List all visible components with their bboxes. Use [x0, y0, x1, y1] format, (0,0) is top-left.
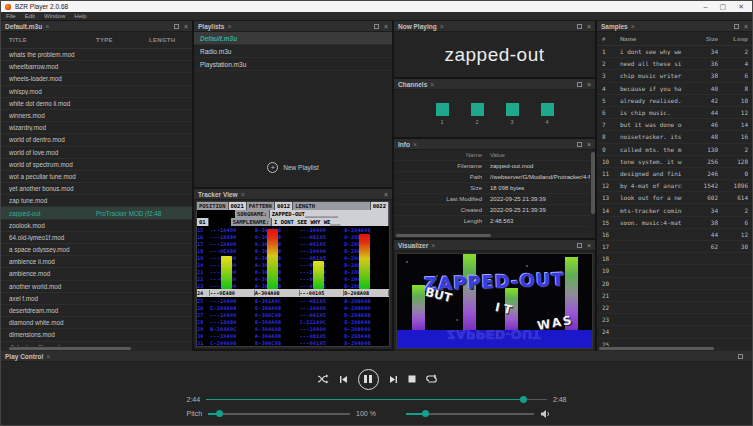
- undock-icon[interactable]: [738, 354, 743, 359]
- sample-row[interactable]: 22: [597, 302, 752, 314]
- sample-row[interactable]: 4 because if you havent 40 8: [597, 83, 752, 95]
- column-length[interactable]: LENGTH: [149, 37, 192, 43]
- next-icon[interactable]: [389, 375, 398, 384]
- sample-row[interactable]: 10 tone system. it was 256 128: [597, 156, 752, 168]
- sample-row[interactable]: 18: [597, 253, 752, 265]
- menu-item[interactable]: Help: [74, 13, 86, 19]
- volume-icon[interactable]: [540, 409, 551, 419]
- close-icon[interactable]: ×: [241, 191, 245, 198]
- close-icon[interactable]: ×: [744, 23, 748, 30]
- file-row[interactable]: white dot demo ii.mod: [1, 98, 192, 110]
- volume-thumb[interactable]: [422, 410, 429, 417]
- maximize-button[interactable]: ▢: [720, 3, 727, 10]
- horizontal-scrollbar[interactable]: [1, 346, 192, 351]
- sample-row[interactable]: 5 already realised.dis 42 10: [597, 95, 752, 107]
- pause-icon[interactable]: [358, 369, 379, 390]
- close-icon[interactable]: ×: [430, 81, 434, 88]
- close-icon[interactable]: ×: [384, 23, 388, 30]
- file-row[interactable]: ambience ii.mod: [1, 256, 192, 268]
- file-row[interactable]: zapped-out ProTracker MOD (M.K.) 2:48: [1, 207, 192, 219]
- close-icon[interactable]: ×: [587, 242, 591, 249]
- new-playlist-button[interactable]: + New Playlist: [194, 162, 392, 173]
- playlist-item[interactable]: Playstation.m3u: [194, 58, 392, 71]
- close-icon[interactable]: ×: [587, 141, 591, 148]
- file-row[interactable]: axel f.mod: [1, 293, 192, 305]
- channel-toggle[interactable]: 3: [506, 103, 519, 125]
- sample-row[interactable]: 1 i dont see why we 34 2: [597, 46, 752, 58]
- file-row[interactable]: world of love.mod: [1, 147, 192, 159]
- repeat-icon[interactable]: [426, 374, 437, 384]
- playlist-tab[interactable]: Default.m3u: [5, 23, 42, 30]
- file-row[interactable]: ambience.mod: [1, 268, 192, 280]
- channel-toggle[interactable]: 1: [436, 103, 449, 125]
- file-row[interactable]: world of spectrum.mod: [1, 159, 192, 171]
- undock-icon[interactable]: [577, 24, 582, 29]
- sample-row[interactable]: 9 called mts. the multi 130 2: [597, 144, 752, 156]
- undock-icon[interactable]: [734, 24, 739, 29]
- close-icon[interactable]: ×: [227, 23, 231, 30]
- sample-row[interactable]: 15 soon. music:4-mat 38 6: [597, 217, 752, 229]
- seek-thumb[interactable]: [520, 396, 527, 403]
- file-row[interactable]: whats the problem.mod: [1, 49, 192, 61]
- minimize-button[interactable]: –: [704, 3, 708, 10]
- horizontal-scrollbar[interactable]: [394, 233, 595, 238]
- pitch-thumb[interactable]: [216, 410, 223, 417]
- undock-icon[interactable]: [577, 142, 582, 147]
- seek-slider[interactable]: [206, 396, 547, 403]
- file-row[interactable]: desertdream.mod: [1, 305, 192, 317]
- file-row[interactable]: yet another bonus.mod: [1, 183, 192, 195]
- file-row[interactable]: winners.mod: [1, 110, 192, 122]
- menu-item[interactable]: Window: [44, 13, 65, 19]
- sample-row[interactable]: 14 mts-tracker coming 34 2: [597, 204, 752, 216]
- column-title[interactable]: TITLE: [9, 37, 96, 43]
- file-row[interactable]: dimensions.mod: [1, 329, 192, 341]
- pitch-slider[interactable]: [208, 410, 350, 417]
- vertical-scrollbar[interactable]: [591, 152, 595, 214]
- close-icon[interactable]: ×: [431, 242, 435, 249]
- undock-icon[interactable]: [374, 24, 379, 29]
- sample-row[interactable]: 8 noisetracker. its 48 16: [597, 131, 752, 143]
- file-row[interactable]: zap tune.mod: [1, 195, 192, 207]
- sample-row[interactable]: 2 need all these silly 36 4: [597, 58, 752, 70]
- close-icon[interactable]: ×: [440, 23, 444, 30]
- playlist-item[interactable]: Default.m3u: [194, 32, 392, 45]
- file-row[interactable]: 64.old-lymeo1f.mod: [1, 232, 192, 244]
- channel-toggle[interactable]: 4: [541, 103, 554, 125]
- file-row[interactable]: another world.mod: [1, 281, 192, 293]
- close-icon[interactable]: ×: [587, 81, 591, 88]
- sample-row[interactable]: 3 chip music writers 38 6: [597, 70, 752, 82]
- file-row[interactable]: wheelbarrow.mod: [1, 61, 192, 73]
- stop-icon[interactable]: [408, 375, 416, 383]
- close-icon[interactable]: ×: [384, 191, 388, 198]
- sample-row[interactable]: 19: [597, 265, 752, 277]
- close-icon[interactable]: ×: [184, 23, 188, 30]
- file-row[interactable]: wheels-loader.mod: [1, 73, 192, 85]
- sample-row[interactable]: 24: [597, 326, 752, 338]
- close-icon[interactable]: ×: [587, 23, 591, 30]
- horizontal-scrollbar[interactable]: [597, 346, 752, 351]
- sample-row[interactable]: 21: [597, 290, 752, 302]
- file-row[interactable]: wizardry.mod: [1, 122, 192, 134]
- channel-toggle[interactable]: 2: [471, 103, 484, 125]
- volume-slider[interactable]: [406, 410, 534, 417]
- sample-row[interactable]: 17 62 30: [597, 241, 752, 253]
- playlist-item[interactable]: Radio.m3u: [194, 45, 392, 58]
- sample-row[interactable]: 11 designed and finished 246 0: [597, 168, 752, 180]
- sample-row[interactable]: 16 44 12: [597, 229, 752, 241]
- undock-icon[interactable]: [174, 24, 179, 29]
- column-type[interactable]: TYPE: [96, 37, 149, 43]
- shuffle-icon[interactable]: [317, 374, 329, 384]
- close-icon[interactable]: ×: [46, 353, 50, 360]
- sample-row[interactable]: 6 is chip music. 44 12: [597, 107, 752, 119]
- tab-close-icon[interactable]: ×: [45, 23, 49, 30]
- file-row[interactable]: diamond white.mod: [1, 317, 192, 329]
- menu-item[interactable]: Edit: [25, 13, 35, 19]
- file-row[interactable]: whispy.mod: [1, 86, 192, 98]
- sample-row[interactable]: 7 but it was done on 46 14: [597, 119, 752, 131]
- close-window-button[interactable]: ✕: [738, 3, 744, 10]
- menu-item[interactable]: File: [6, 13, 16, 19]
- close-icon[interactable]: ×: [631, 23, 635, 30]
- sample-row[interactable]: 23: [597, 314, 752, 326]
- file-row[interactable]: world of dentro.mod: [1, 134, 192, 146]
- previous-icon[interactable]: [339, 375, 348, 384]
